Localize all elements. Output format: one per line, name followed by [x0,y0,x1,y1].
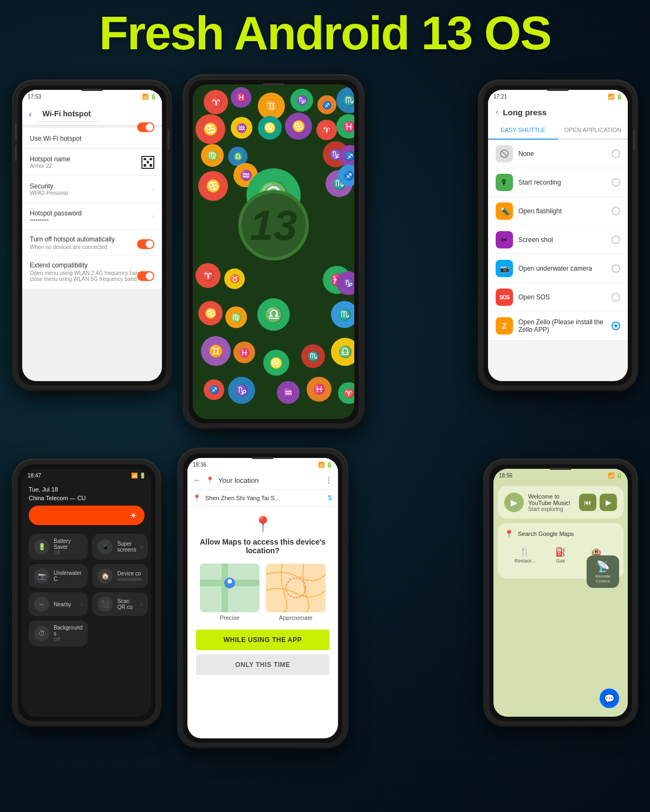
lp-underwater-label: Open underwater camera [518,265,606,272]
back-arrow-tl[interactable]: ‹ [29,109,31,119]
status-bar-tl: 17:53 📶 🔋 [22,90,162,103]
recording-radio[interactable] [612,178,620,187]
wifi-toggle-item: Use Wi-Fi hotspot [22,128,162,149]
tab-open-application[interactable]: OPEN APPLICATION [558,121,628,139]
status-icons-bl: 📶 🔋 [131,473,146,479]
svg-rect-7 [266,564,326,612]
tab-easy-shuttle[interactable]: EASY SHUTTLE [488,121,558,140]
youtube-music-icon: ▶ [504,493,524,512]
maps-search-text[interactable]: Search Google Maps [518,531,617,537]
phone-long-press: 17:21 📶 🔋 ‹ Long press EASY SHUTTLE OPEN… [479,81,636,390]
lp-item-flashlight[interactable]: 🔦 Open flashlight [488,197,628,226]
qs-carrier: China Telecom — CU [22,495,151,501]
underwater-icon: 📷 [496,260,513,277]
nearby-icon: ↔ [34,597,49,612]
yt-play-button[interactable]: ▶ [600,494,617,511]
status-time-tl: 17:53 [28,94,41,100]
super-screens-label: Super screens [117,541,136,553]
lp-zello-label: Open Zello (Please install the Zello APP… [518,318,606,333]
turn-off-sublabel: When no devices are connected [30,244,154,250]
super-screens-arrow: › [140,544,142,550]
status-bar-tr: 17:21 📶 🔋 [488,90,628,103]
lp-item-underwater[interactable]: 📷 Open underwater camera [488,254,628,283]
flashlight-radio[interactable] [612,207,620,215]
underwater-radio[interactable] [612,264,620,273]
sos-icon: SOS [496,289,513,306]
screenshot-radio[interactable] [612,235,620,244]
qs-tile-super-screens[interactable]: 📱 Super screens › [92,534,147,560]
lp-flashlight-label: Open flashlight [518,207,606,215]
lp-list: None 🎙 Start recording 🔦 Open flashlight… [488,140,628,340]
lp-item-recording[interactable]: 🎙 Start recording [488,168,628,197]
brightness-icon: ☀ [129,510,137,521]
approx-label: Approximate [266,614,326,621]
messenger-bubble[interactable]: 💬 [600,689,619,708]
qs-tiles-grid: 🔋 Battery Saver Off 📱 Super screens › 📷 … [22,529,151,651]
remote-control-widget[interactable]: 📡 Remote Control [587,555,619,588]
zodiac-c3: ♒ [277,381,300,404]
zodiac-libra-bottom: ♎ [257,298,290,331]
maps-location-dot: 📍 [206,476,214,484]
none-radio[interactable] [612,149,620,158]
maps-menu-icon[interactable]: ⋮ [325,476,333,484]
zodiac-circle-5: ♐ [317,95,336,114]
zodiac-circle-13: ♍ [201,144,224,167]
only-this-time-button[interactable]: ONLY THIS TIME [196,654,329,675]
sos-radio[interactable] [612,293,620,302]
qr-label: Scan QR co [117,598,136,610]
phone-speaker-tc [263,83,284,86]
zodiac-bbb2: ♓ [233,342,255,363]
while-using-app-button[interactable]: WHILE USING THE APP [196,630,329,650]
wifi-toggle[interactable] [137,122,154,132]
turn-off-toggle[interactable] [137,239,154,249]
maps-swap-icon[interactable]: ⇅ [327,494,333,502]
zodiac-bbb1: ♊ [201,336,231,366]
vol-up-button [15,123,17,140]
status-icons-br: 📶 🔋 [608,473,622,479]
maps-pin-icon: 📍 [193,494,201,502]
hotspot-password-row[interactable]: Hotspot password •••••••••• › [22,203,162,230]
yt-prev-button[interactable]: ⏮ [579,494,596,511]
lp-item-screenshot[interactable]: ✂ Screen shot [488,226,628,254]
zodiac-circle-7: ♋ [196,114,225,144]
lp-item-zello[interactable]: Z Open Zello (Please install the Zello A… [488,312,628,340]
status-icons-tr: 📶 🔋 [608,94,622,100]
lp-item-sos[interactable]: SOS Open SOS [488,283,628,312]
brightness-bar[interactable]: ☀ [29,506,145,525]
lp-tab-row: EASY SHUTTLE OPEN APPLICATION [488,121,628,140]
qs-tile-battery[interactable]: 🔋 Battery Saver Off [29,534,88,560]
turn-off-hotspot-item: Turn off hotspot automatically When no d… [22,230,162,256]
underwater-label: Underwater C [54,570,82,582]
lp-item-none[interactable]: None [488,140,628,168]
lp-back-arrow[interactable]: ‹ [496,107,498,117]
phone-wifi-hotspot: 17:53 📶 🔋 ‹ Wi-Fi hotspot Use Wi-Fi hots… [14,81,171,390]
hotspot-name-row[interactable]: Hotspot name Armor 22 [22,149,162,176]
hotspot-name-label: Hotspot name [30,155,70,163]
precise-map-visual [200,564,259,612]
zodiac-circle-9: ♌ [258,116,282,140]
none-icon [496,145,513,162]
remote-control-label: Remote Control [592,574,614,584]
status-time-bc: 18:36 [193,462,206,468]
battery-saver-icon: 🔋 [34,539,49,554]
place-gas[interactable]: ⛽ Gas [544,542,577,568]
zodiac-b2: ♉ [224,269,245,289]
battery-saver-label: Battery Saver [54,538,82,550]
phone-speaker-tl [81,89,103,91]
underwater-camera-icon: 📷 [34,568,49,584]
qs-tile-device[interactable]: 🏠 Device co unavailable [92,564,147,588]
security-row[interactable]: Security WPA2-Personal › [22,176,162,203]
qr-scan-icon: ⬛ [98,597,113,612]
zodiac-circle-6: ♏ [336,87,354,113]
qs-tile-qr[interactable]: ⬛ Scan QR co › [92,592,147,616]
place-restaurant[interactable]: 🍴 Restaur... [509,542,541,568]
zello-radio[interactable] [612,322,620,330]
qs-tile-underwater[interactable]: 📷 Underwater C [29,564,88,588]
flashlight-icon: 🔦 [496,202,513,220]
maps-back-arrow[interactable]: ← [193,475,202,485]
zodiac-bbb4: ♏ [301,344,325,368]
qs-tile-nearby[interactable]: ↔ Nearby › [29,592,88,616]
qs-date: Tue, Jul 18 [22,482,151,495]
extend-compat-toggle[interactable] [137,271,154,281]
qs-tile-background[interactable]: ⏱ Background s Off [29,620,88,646]
